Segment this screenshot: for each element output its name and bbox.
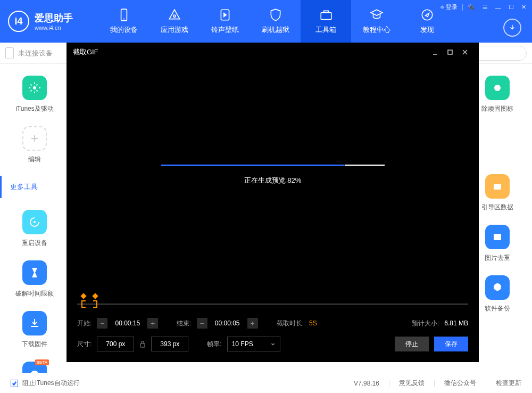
itunes-block-label: 阻止iTunes自动运行 (22, 379, 80, 388)
modal-controls: 开始: − 00:00:15 + 结束: − 00:00:05 + 截取时长: … (66, 288, 479, 362)
device-icon (117, 8, 131, 22)
tool-time-limit[interactable]: 破解时间限额 (0, 254, 69, 305)
shield-icon (269, 8, 282, 22)
apps-icon (168, 8, 181, 22)
no-device-status: 未连接设备 (5, 47, 53, 59)
book-icon (370, 8, 384, 22)
fps-label: 帧率: (207, 340, 221, 349)
timeline-selection[interactable] (81, 300, 97, 308)
feedback-link[interactable]: 意见反馈 (399, 379, 425, 388)
gear-icon (22, 76, 47, 100)
minimize-icon[interactable]: — (493, 3, 504, 12)
chat-icon (485, 275, 510, 300)
progress-text: 正在生成预览 82% (244, 176, 302, 185)
svg-point-12 (494, 85, 501, 91)
image-icon (485, 225, 510, 249)
logo-url: www.i4.cn (35, 24, 73, 31)
nav-toolbox[interactable]: 工具箱 (301, 0, 351, 43)
modal-maximize-button[interactable] (443, 45, 458, 60)
nav-tutorial[interactable]: 教程中心 (351, 0, 402, 43)
beta-badge: BETA (35, 359, 49, 365)
timeline-track[interactable] (77, 304, 468, 305)
progress-bar (161, 165, 385, 166)
wechat-link[interactable]: 微信公众号 (444, 379, 476, 388)
menu-icon[interactable]: ☰ (480, 3, 491, 12)
start-label: 开始: (77, 319, 92, 328)
tool-restart[interactable]: 重启设备 (0, 203, 69, 254)
end-minus-button[interactable]: − (197, 318, 207, 329)
svg-rect-14 (494, 234, 501, 240)
music-icon (218, 8, 232, 22)
svg-rect-4 (321, 13, 331, 20)
hourglass-icon (22, 260, 47, 285)
plus-icon (22, 126, 47, 151)
check-update-link[interactable]: 检查更新 (496, 379, 521, 388)
tool-itunes-driver[interactable]: iTunes及驱动 (0, 69, 69, 120)
downloads-button[interactable] (503, 19, 521, 37)
more-tools-section: 更多工具 (0, 176, 69, 198)
start-plus-button[interactable]: + (147, 318, 158, 329)
svg-point-8 (33, 86, 36, 89)
gif-capture-modal: 截取GIF 正在生成预览 82% 开始: − 00:00:15 + 结束: (66, 43, 479, 362)
window-controls-top: ⎆ 登录 🔌 ☰ — ☐ ✕ (438, 2, 529, 12)
duration-label: 截取时长: (277, 319, 304, 328)
svg-rect-20 (140, 343, 145, 347)
left-tools: iTunes及驱动 编辑 更多工具 重启设备 破解时间限额 下载固件 BETA … (0, 64, 69, 373)
progress-fill (161, 165, 344, 166)
download-icon (22, 311, 47, 335)
height-input[interactable] (151, 337, 188, 351)
end-time: 00:00:05 (213, 320, 242, 327)
close-icon[interactable]: ✕ (519, 3, 529, 12)
save-button[interactable]: 保存 (434, 337, 468, 351)
clean-icon (485, 76, 510, 100)
svg-point-15 (494, 283, 501, 291)
phone-outline-icon (5, 47, 14, 59)
modal-minimize-button[interactable] (428, 45, 443, 60)
svg-point-5 (422, 10, 433, 20)
svg-point-11 (34, 221, 36, 223)
svg-point-2 (173, 15, 175, 17)
maximize-icon[interactable]: ☐ (506, 3, 517, 12)
itunes-block-checkbox[interactable] (11, 380, 18, 387)
stop-button[interactable]: 停止 (395, 337, 429, 351)
nav-my-device[interactable]: 我的设备 (98, 0, 149, 43)
app-header: ⎆ 登录 🔌 ☰ — ☐ ✕ i4 爱思助手 www.i4.cn 我的设备 应用… (0, 0, 532, 43)
plugin-icon[interactable]: 🔌 (465, 3, 478, 12)
modal-header[interactable]: 截取GIF (66, 43, 479, 62)
folder-icon (485, 174, 510, 199)
start-minus-button[interactable]: − (97, 318, 107, 329)
modal-close-button[interactable] (458, 45, 472, 60)
fps-select[interactable]: 10 FPS (227, 337, 280, 351)
logo-title: 爱思助手 (35, 12, 73, 24)
timeline-handle-start[interactable] (80, 293, 86, 299)
timeline-handle-end[interactable] (92, 293, 98, 299)
lock-icon[interactable] (139, 340, 146, 348)
modal-title: 截取GIF (73, 47, 428, 57)
version-label: V7.98.16 (354, 380, 379, 387)
duration-value: 5S (309, 320, 317, 327)
nav-apps[interactable]: 应用游戏 (149, 0, 200, 43)
start-time: 00:00:15 (113, 320, 142, 327)
tool-download-firmware[interactable]: 下载固件 (0, 305, 69, 355)
tool-edit-add[interactable]: 编辑 (0, 120, 69, 170)
nav-ringtone[interactable]: 铃声壁纸 (200, 0, 250, 43)
svg-rect-13 (494, 184, 501, 190)
est-size-value: 6.81 MB (444, 320, 468, 327)
end-plus-button[interactable]: + (247, 318, 258, 329)
logo[interactable]: i4 爱思助手 www.i4.cn (0, 11, 98, 32)
svg-rect-17 (448, 50, 452, 54)
logo-icon: i4 (8, 11, 29, 32)
chevron-down-icon (270, 341, 276, 347)
end-label: 结束: (177, 319, 191, 328)
compass-icon (420, 8, 434, 22)
est-size-label: 预计大小: (412, 319, 439, 328)
login-link[interactable]: ⎆ 登录 (438, 2, 460, 12)
nav-flash[interactable]: 刷机越狱 (250, 0, 301, 43)
modal-preview-area: 正在生成预览 82% (66, 62, 479, 288)
size-label: 尺寸: (77, 340, 92, 349)
toolbox-icon (319, 8, 333, 22)
width-input[interactable] (97, 337, 134, 351)
app-footer: 阻止iTunes自动运行 V7.98.16 意见反馈 微信公众号 检查更新 (0, 373, 532, 393)
restart-icon (22, 210, 47, 234)
